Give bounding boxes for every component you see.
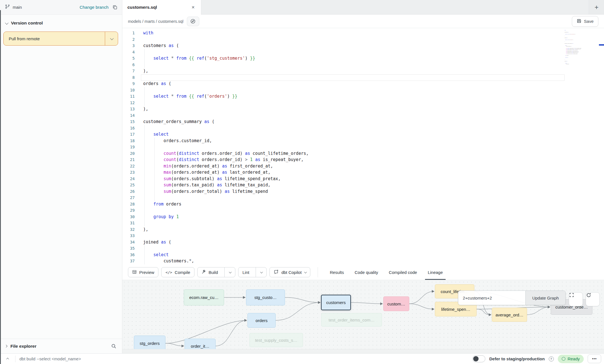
code-line: 36 select [122, 252, 604, 258]
code-line: 29 [122, 207, 604, 214]
copilot-icon [274, 269, 279, 275]
lineage-node-stg_orders[interactable]: stg_orders [134, 336, 165, 349]
build-button[interactable]: Build [198, 267, 222, 277]
explore-lineage-button[interactable] [187, 17, 199, 26]
tab-code-quality[interactable]: Code quality [351, 265, 382, 280]
code-line: 11 select * from {{ ref('orders') }} [122, 93, 604, 100]
tab-results[interactable]: Results [326, 265, 348, 280]
lineage-node-label: test_order_items_com… [329, 318, 375, 322]
lineage-node-test_order_items[interactable]: test_order_items_com… [321, 313, 382, 327]
lineage-node-custom_pred[interactable]: custom… [383, 296, 409, 311]
lint-split-button: Lint [238, 267, 267, 277]
pull-from-remote-button[interactable]: Pull from remote [3, 32, 118, 46]
pull-from-remote-label[interactable]: Pull from remote [4, 32, 105, 45]
ready-label: Ready [568, 356, 580, 361]
help-icon[interactable]: ? [549, 356, 554, 361]
line-number: 18 [122, 138, 135, 144]
lineage-node-average_order[interactable]: average_ord… [492, 308, 527, 322]
lineage-node-ecom_raw[interactable]: ecom.raw_cu… [184, 289, 224, 305]
code-line: 8 [122, 74, 604, 81]
search-icon[interactable] [111, 343, 116, 349]
lineage-node-orders[interactable]: orders [247, 313, 276, 328]
lineage-search-group: Update Graph [458, 291, 566, 305]
lineage-node-label: lifetime_spen… [441, 307, 470, 312]
tab-customers-sql[interactable]: customers.sql ✕ [122, 0, 201, 15]
lineage-node-customers[interactable]: customers [321, 295, 351, 310]
code-editor[interactable]: 1with23customers as (45 select * from {{… [122, 28, 604, 265]
build-options-button[interactable] [224, 267, 235, 277]
change-branch-link[interactable]: Change branch [79, 5, 109, 10]
toggle-knob [473, 356, 479, 361]
preview-button[interactable]: Preview [128, 267, 158, 277]
new-tab-button[interactable]: + [589, 0, 604, 15]
editor-toolbar: Preview </> Compile Build Lint [122, 265, 604, 280]
lineage-edge [477, 309, 491, 315]
line-number: 24 [122, 176, 135, 182]
lineage-node-label: custom… [387, 302, 405, 306]
version-control-header[interactable]: Version control [0, 16, 122, 30]
defer-label: Defer to staging/production [489, 356, 545, 361]
code-lines[interactable]: 1with23customers as (45 select * from {{… [122, 28, 604, 265]
tab-compiled-code[interactable]: Compiled code [385, 265, 421, 280]
line-number: 28 [122, 201, 135, 207]
defer-toggle[interactable] [472, 355, 485, 362]
line-number: 6 [122, 62, 135, 68]
command-input[interactable] [19, 356, 472, 361]
lineage-node-label: test_supply_costs_s… [255, 338, 297, 343]
update-graph-button[interactable]: Update Graph [525, 291, 565, 305]
compile-button[interactable]: </> Compile [161, 267, 194, 277]
lineage-node-order_items[interactable]: order_it… [185, 339, 216, 349]
wrench-icon [202, 270, 206, 275]
fullscreen-button[interactable] [569, 292, 583, 306]
code-line: 10 [122, 87, 604, 93]
code-line: 9orders as ( [122, 81, 604, 87]
code-line: 34joined as ( [122, 239, 604, 245]
more-options-button[interactable]: ••• [588, 354, 601, 363]
tab-lineage[interactable]: Lineage [424, 265, 447, 280]
code-line: 28 from orders [122, 201, 604, 207]
status-badge: Ready [558, 355, 584, 363]
line-number: 33 [122, 233, 135, 239]
code-line: 18 orders.customer_id, [122, 138, 604, 144]
code-line: 33 [122, 233, 604, 239]
close-icon[interactable]: ✕ [190, 5, 196, 10]
git-branch-icon [5, 4, 10, 10]
file-explorer-header[interactable]: File explorer [0, 339, 122, 353]
line-number: 8 [122, 74, 135, 81]
pull-options-button[interactable] [105, 32, 118, 45]
code-line: 14 [122, 112, 604, 119]
code-line: 31 [122, 220, 604, 226]
code-line: 24 sum(orders.subtotal) as lifetime_spen… [122, 176, 604, 182]
dbt-copilot-button[interactable]: dbt Copilot [269, 267, 310, 277]
code-line: 13), [122, 106, 604, 112]
lineage-node-test_supply[interactable]: test_supply_costs_s… [249, 333, 303, 347]
line-number: 30 [122, 214, 135, 220]
code-line: 12 [122, 100, 604, 106]
status-bar: Defer to staging/production ? Ready ••• [0, 353, 604, 364]
lineage-graph[interactable]: ecom.raw_cu…stg_custo…customerscustom…co… [122, 280, 604, 349]
lineage-search-input[interactable] [458, 291, 525, 305]
main-panel: customers.sql ✕ + models / marts / custo… [122, 0, 604, 353]
lineage-node-label: customers [326, 300, 346, 305]
line-number: 25 [122, 182, 135, 188]
copilot-label: dbt Copilot [281, 270, 302, 275]
horizontal-scroll-gutter[interactable] [122, 349, 604, 353]
lineage-node-stg_customers[interactable]: stg_custo… [246, 289, 285, 305]
line-number: 12 [122, 100, 135, 106]
save-button[interactable]: Save [572, 16, 598, 27]
version-control-title: Version control [11, 21, 43, 26]
lint-options-button[interactable] [256, 267, 266, 277]
line-number: 31 [122, 220, 135, 226]
line-number: 29 [122, 207, 135, 214]
line-number: 4 [122, 49, 135, 55]
copy-icon[interactable] [112, 5, 118, 10]
line-number: 16 [122, 125, 135, 131]
code-line: 20 count(distinct orders.order_id) as co… [122, 150, 604, 157]
code-line: 22 min(orders.ordered_at) as first_order… [122, 163, 604, 169]
chevron-up-icon [6, 358, 9, 361]
line-number: 11 [122, 93, 135, 100]
refresh-icon[interactable] [586, 292, 600, 306]
lint-button[interactable]: Lint [238, 267, 253, 277]
command-bar-expand-button[interactable] [4, 355, 12, 363]
line-number: 13 [122, 106, 135, 112]
